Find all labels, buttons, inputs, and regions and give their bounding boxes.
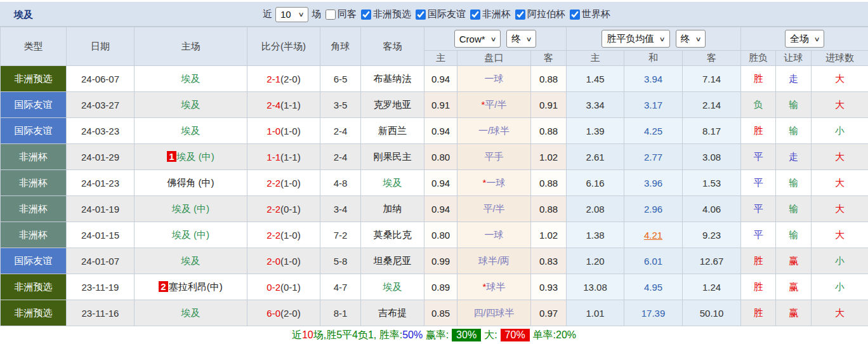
cell-avg-away: 3.08 [683, 144, 741, 170]
chevron-down-icon: ∨ [813, 36, 820, 43]
cell-handicap-result: 赢 [776, 300, 812, 326]
league-checkbox-world-cup[interactable] [570, 10, 580, 20]
league-option-arab-cup[interactable]: 阿拉伯杯 [514, 8, 565, 20]
avg-draw-value: 4.21 [644, 230, 662, 241]
cell-date: 24-03-23 [67, 118, 135, 144]
cell-avg-away: 12.67 [683, 248, 741, 274]
cell-score: 2-1(2-0) [247, 66, 320, 92]
handicap-value: 一球 [485, 73, 504, 84]
handicap-result-value: 走 [789, 151, 798, 162]
col-odds-away: 客 [531, 51, 567, 66]
cell-avg-draw: 4.25 [624, 118, 683, 144]
goals-result-value: 小 [835, 281, 845, 292]
cell-odds-home: 0.80 [424, 144, 457, 170]
period-select[interactable]: 全场 ∨ [785, 30, 824, 48]
table-row: 非洲预选 23-11-16 埃及 6-0(2-0) 8-1 吉布提 0.85 四… [1, 300, 868, 326]
halftime-score: (0-1) [280, 204, 301, 215]
wdl-value: 胜 [754, 73, 763, 84]
bookmaker-value: Crow* [459, 34, 485, 44]
cell-score: 2-4(1-1) [247, 92, 320, 118]
cell-odds-home: 0.94 [424, 196, 457, 222]
avg-time-value: 终 [681, 33, 690, 45]
cell-wdl-result: 胜 [741, 118, 776, 144]
col-odds-home: 主 [424, 51, 457, 66]
avg-select[interactable]: 胜平负均值 ∨ [602, 30, 669, 48]
league-checkbox-africa-cup[interactable] [470, 10, 480, 20]
halftime-score: (1-0) [280, 126, 301, 136]
cell-corners: 4-8 [320, 170, 361, 196]
cell-avg-away: 4.06 [683, 196, 741, 222]
fulltime-score: 2-2 [266, 230, 280, 241]
cell-handicap: 一/球半 [457, 118, 531, 144]
cell-handicap-result: 输 [776, 170, 812, 196]
cell-away-team: 布基纳法 [361, 66, 424, 92]
league-option-world-cup[interactable]: 世界杯 [569, 8, 610, 20]
table-row: 国际友谊 24-03-27 埃及 2-4(1-1) 3-5 克罗地亚 0.91 … [1, 92, 868, 118]
table-row: 非洲预选 24-06-07 埃及 2-1(2-0) 6-5 布基纳法 0.94 … [1, 66, 868, 92]
cell-home-team: 2塞拉利昂(中) [135, 274, 247, 300]
cell-avg-draw: 6.01 [624, 248, 683, 274]
cell-handicap-result: 赢 [776, 274, 812, 300]
table-row: 国际友谊 24-03-23 埃及 1-0(1-0) 2-4 新西兰 0.94 一… [1, 118, 868, 144]
col-avg-home: 主 [567, 51, 624, 66]
league-option-africa-cup[interactable]: 非洲杯 [469, 8, 511, 20]
footer-single-label: 单率: [533, 329, 556, 342]
cell-avg-home: 1.45 [567, 66, 624, 92]
cell-away-team: 坦桑尼亚 [361, 248, 424, 274]
bookmaker-select[interactable]: Crow* ∨ [454, 30, 501, 48]
home-team-name: 埃及 (中) [172, 203, 209, 214]
home-team-name: 埃及 [181, 99, 201, 110]
col-date: 日期 [67, 27, 135, 66]
same-away-option[interactable]: 同客 [324, 8, 357, 20]
table-row: 国际友谊 24-01-07 埃及 2-0(1-0) 5-8 坦桑尼亚 0.99 … [1, 248, 868, 274]
cell-odds-away: 0.93 [531, 274, 567, 300]
cell-date: 24-01-23 [67, 170, 135, 196]
league-option-friendly[interactable]: 国际友谊 [414, 8, 466, 20]
away-team-name: 加纳 [383, 203, 402, 214]
avg-value: 胜平负均值 [607, 33, 654, 45]
cell-odds-home: 0.85 [424, 300, 457, 326]
cell-type: 非洲杯 [1, 144, 67, 170]
fulltime-score: 2-2 [266, 204, 280, 215]
league-checkbox-arab-cup[interactable] [515, 10, 525, 20]
same-away-checkbox[interactable] [326, 10, 336, 20]
home-team-name: 埃及 [181, 255, 201, 266]
league-option-african-qualifiers[interactable]: 非洲预选 [360, 8, 411, 20]
cell-handicap-result: 走 [776, 66, 812, 92]
handicap-value: 平/半 [483, 203, 504, 214]
odds-time-select[interactable]: 终 ∨ [506, 30, 536, 48]
wdl-value: 平 [754, 177, 763, 188]
goals-result-value: 大 [835, 73, 845, 84]
cell-home-team: 埃及 [135, 92, 247, 118]
footer-big-badge: 70% [501, 329, 530, 341]
avg-time-select[interactable]: 终 ∨ [676, 30, 706, 48]
handicap-result-value: 输 [789, 203, 798, 214]
cell-type: 非洲预选 [1, 300, 67, 326]
recent-count-select[interactable]: 10 ∨ [275, 7, 308, 22]
goals-result-value: 大 [835, 203, 845, 214]
footer-win-label: 赢率: [423, 329, 449, 342]
wdl-value: 平 [754, 203, 763, 214]
type-badge: 非洲预选 [15, 281, 53, 292]
col-away: 客场 [361, 27, 424, 66]
handicap-value: 四/四球半 [473, 307, 514, 318]
table-row: 非洲杯 24-01-15 埃及 (中) 2-2(1-0) 7-2 莫桑比克 0.… [1, 222, 868, 248]
league-checkbox-friendly[interactable] [416, 10, 426, 20]
cell-avg-home: 3.34 [567, 92, 624, 118]
handicap-value: 一球 [486, 177, 505, 188]
league-checkbox-african-qualifiers[interactable] [361, 10, 371, 20]
cell-away-team: 加纳 [361, 196, 424, 222]
footer-big-label: 大: [484, 329, 497, 342]
goals-result-value: 大 [835, 229, 845, 240]
handicap-result-value: 输 [789, 99, 798, 110]
avg-draw-value: 3.96 [644, 178, 662, 189]
handicap-result-value: 赢 [789, 281, 798, 292]
handicap-result-value: 输 [789, 229, 798, 240]
type-badge: 国际友谊 [15, 255, 53, 266]
cell-avg-away: 7.14 [683, 66, 741, 92]
home-team-name: 埃及 [181, 125, 201, 136]
cell-home-team: 佛得角 (中) [135, 170, 247, 196]
away-team-name: 刚果民主 [374, 151, 412, 162]
cell-wdl-result: 胜 [741, 248, 776, 274]
col-handicap: 盘口 [457, 51, 531, 66]
